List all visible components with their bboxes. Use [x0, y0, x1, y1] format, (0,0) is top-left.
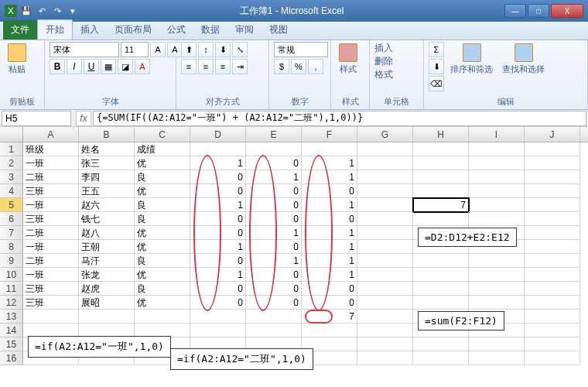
row-header[interactable]: 16: [0, 351, 23, 365]
cell[interactable]: [357, 310, 413, 324]
cell[interactable]: [357, 226, 413, 240]
row-header[interactable]: 13: [0, 310, 23, 324]
sort-filter-button[interactable]: 排序和筛选: [447, 42, 496, 77]
currency-icon[interactable]: $: [274, 59, 289, 74]
cell[interactable]: 王朝: [79, 240, 135, 254]
cell[interactable]: [525, 282, 580, 296]
cell[interactable]: [525, 156, 580, 170]
row-header[interactable]: 11: [0, 282, 23, 296]
cell[interactable]: [525, 296, 580, 310]
cell[interactable]: [413, 282, 469, 296]
cell[interactable]: [525, 337, 580, 351]
cell[interactable]: [246, 142, 302, 156]
cell[interactable]: [525, 254, 580, 268]
cell[interactable]: [413, 184, 469, 198]
row-header[interactable]: 3: [0, 170, 23, 184]
cell[interactable]: [23, 310, 79, 324]
tab-layout[interactable]: 页面布局: [107, 20, 159, 39]
column-header-E[interactable]: E: [246, 127, 302, 142]
cell[interactable]: 王五: [79, 184, 135, 198]
cell[interactable]: [525, 240, 580, 254]
column-header-D[interactable]: D: [190, 127, 246, 142]
cell[interactable]: [246, 324, 302, 337]
cell[interactable]: 赵六: [79, 198, 135, 212]
fx-icon[interactable]: fx: [76, 111, 91, 126]
indent-icon[interactable]: ⇥: [232, 59, 248, 74]
row-header[interactable]: 9: [0, 254, 23, 268]
styles-button[interactable]: 样式: [336, 42, 361, 77]
insert-cells-button[interactable]: 插入: [374, 42, 393, 55]
cell[interactable]: 姓名: [79, 142, 135, 156]
autosum-icon[interactable]: Σ: [429, 42, 444, 57]
row-header[interactable]: 7: [0, 226, 23, 240]
cell[interactable]: [190, 142, 246, 156]
cell[interactable]: 一班: [23, 240, 79, 254]
cell[interactable]: 一班: [23, 268, 79, 282]
cell[interactable]: 三班: [23, 212, 79, 226]
cell[interactable]: [302, 324, 357, 337]
cell[interactable]: [525, 268, 580, 282]
cell[interactable]: [469, 337, 525, 351]
column-header-C[interactable]: C: [135, 127, 190, 142]
cell[interactable]: 张三: [79, 156, 135, 170]
cell[interactable]: 三班: [23, 282, 79, 296]
tab-view[interactable]: 视图: [262, 20, 296, 39]
align-left-icon[interactable]: ≡: [181, 59, 197, 74]
save-icon[interactable]: 💾: [20, 5, 32, 17]
cell[interactable]: 0: [190, 296, 246, 310]
cell[interactable]: [413, 254, 469, 268]
row-header[interactable]: 12: [0, 296, 23, 310]
worksheet-grid[interactable]: ABCDEFGHIJ 1班级姓名成绩2一班张三优1013二班李四良0114三班王…: [0, 127, 588, 387]
tab-file[interactable]: 文件: [3, 20, 37, 39]
cell[interactable]: [469, 268, 525, 282]
increase-font-icon[interactable]: A: [150, 42, 166, 57]
cell[interactable]: 马汗: [79, 254, 135, 268]
fill-color-button[interactable]: ◪: [118, 59, 133, 74]
undo-icon[interactable]: ↶: [36, 5, 48, 17]
cell[interactable]: [357, 184, 413, 198]
cell[interactable]: 优: [135, 226, 190, 240]
cell[interactable]: 优: [135, 184, 190, 198]
tab-data[interactable]: 数据: [193, 20, 227, 39]
number-format-combo[interactable]: 常规: [274, 42, 328, 57]
row-header[interactable]: 8: [0, 240, 23, 254]
cell[interactable]: [525, 212, 580, 226]
align-center-icon[interactable]: ≡: [198, 59, 214, 74]
column-header-G[interactable]: G: [357, 127, 413, 142]
qat-dropdown-icon[interactable]: ▾: [67, 5, 79, 17]
tab-formulas[interactable]: 公式: [159, 20, 193, 39]
cell[interactable]: [525, 310, 580, 324]
cell[interactable]: [357, 142, 413, 156]
cell[interactable]: [413, 170, 469, 184]
cell[interactable]: 赵虎: [79, 282, 135, 296]
cell[interactable]: 良: [135, 282, 190, 296]
cell[interactable]: [190, 310, 246, 324]
row-header[interactable]: 14: [0, 324, 23, 337]
select-all-corner[interactable]: [0, 127, 23, 142]
cell[interactable]: [469, 170, 525, 184]
maximize-button[interactable]: □: [528, 4, 549, 18]
tab-home[interactable]: 开始: [37, 19, 73, 39]
cell[interactable]: 展昭: [79, 296, 135, 310]
cell[interactable]: 良: [135, 212, 190, 226]
cell[interactable]: [413, 268, 469, 282]
close-button[interactable]: X: [551, 4, 583, 18]
cell[interactable]: [79, 310, 135, 324]
cell[interactable]: 二班: [23, 226, 79, 240]
cell[interactable]: 三班: [23, 296, 79, 310]
row-header[interactable]: 15: [0, 337, 23, 351]
cell[interactable]: [525, 324, 580, 337]
cell[interactable]: 优: [135, 268, 190, 282]
cell[interactable]: [357, 240, 413, 254]
align-top-icon[interactable]: ⬆: [181, 42, 197, 57]
cell[interactable]: 优: [135, 240, 190, 254]
row-header[interactable]: 5: [0, 198, 23, 212]
cell[interactable]: [525, 184, 580, 198]
cell[interactable]: 7: [413, 198, 469, 212]
cell[interactable]: [357, 156, 413, 170]
comma-icon[interactable]: ,: [308, 59, 323, 74]
cell[interactable]: [469, 254, 525, 268]
align-bottom-icon[interactable]: ⬇: [215, 42, 231, 57]
cell[interactable]: 二班: [23, 170, 79, 184]
orientation-icon[interactable]: ⤡: [232, 42, 248, 57]
